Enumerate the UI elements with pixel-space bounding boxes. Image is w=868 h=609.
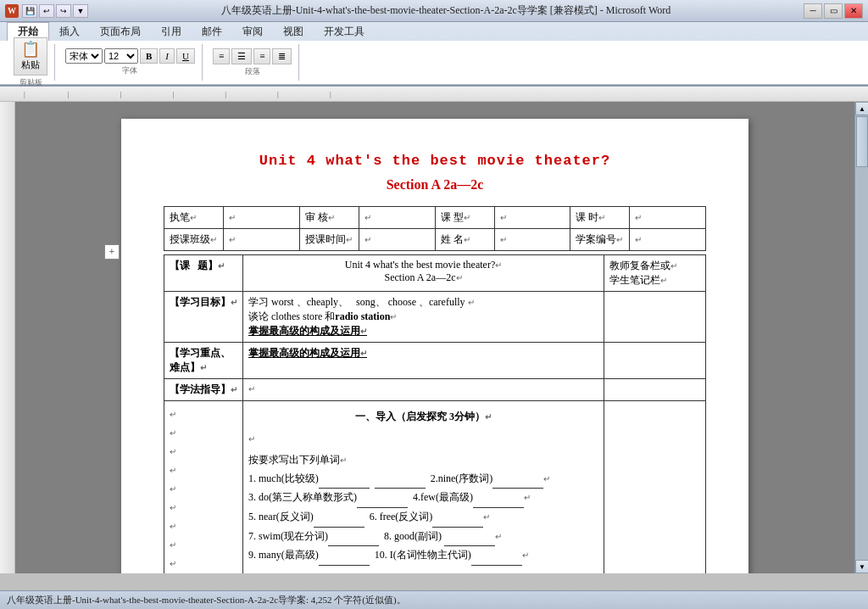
document-subtitle[interactable]: Section A 2a—2c [164,177,706,193]
vertical-ruler [0,102,15,573]
tab-insert[interactable]: 插入 [49,22,90,41]
tab-mailings[interactable]: 邮件 [192,22,232,41]
shenhe-value[interactable]: ↵ [359,207,435,229]
page-area: + Unit 4 what's the best movie theater? … [15,102,854,573]
underline-btn[interactable]: U [176,48,195,64]
status-bar: 八年级英语上册-Unit-4-what's-the-best-movie-the… [0,590,868,609]
keshi-value[interactable]: ↵ [630,207,706,229]
method-notes[interactable] [604,379,706,401]
font-size-select[interactable]: 12 [104,48,138,64]
method-content[interactable]: ↵ [243,379,604,401]
shenhe-label: 审 核↵ [299,207,359,229]
keypoints-notes[interactable] [604,343,706,379]
teacher-notes[interactable]: 教师复备栏或↵学生笔记栏↵ [604,255,706,292]
tab-view[interactable]: 视图 [273,22,314,41]
ribbon-commands: 📋粘贴 剪贴板 宋体 12 B I U 字体 ≡ ☰ ≡ ≣ 段落 [0,41,868,85]
caseno-value[interactable]: ↵ [630,229,706,251]
scroll-track[interactable] [855,115,868,560]
justify-btn[interactable]: ≣ [272,48,292,64]
status-text: 八年级英语上册-Unit-4-what's-the-best-movie-the… [7,594,406,606]
customize-btn[interactable]: ▼ [73,4,88,18]
ribbon-group-font: 宋体 12 B I U 字体 [58,44,203,81]
font-family-select[interactable]: 宋体 [65,48,103,64]
scroll-up-btn[interactable]: ▲ [855,102,868,115]
align-center-btn[interactable]: ☰ [231,48,252,64]
goals-content[interactable]: 学习 worst 、cheaply、 song、 choose 、careful… [243,292,604,343]
instruction: 按要求写出下列单词↵ [248,451,598,470]
keshi-label: 课 时↵ [570,207,630,229]
close-btn[interactable]: ✕ [844,3,863,19]
horizontal-ruler: | | | | | | | [0,87,868,102]
name-value[interactable]: ↵ [494,229,570,251]
restore-btn[interactable]: ▭ [824,3,843,19]
ketype-label: 课 型↵ [435,207,494,229]
scroll-down-btn[interactable]: ▼ [855,560,868,573]
undo-btn[interactable]: ↩ [39,4,54,18]
clipboard-label: 剪贴板 [19,77,42,88]
italic-btn[interactable]: I [159,48,175,64]
process-sidebar: ↵ ↵ ↵ ↵ ↵ ↵ ↵ ↵ ↵ ↵ [164,401,243,574]
tab-references[interactable]: 引用 [151,22,192,41]
align-right-btn[interactable]: ≡ [253,48,270,64]
main-area: + Unit 4 what's the best movie theater? … [0,102,868,573]
ribbon-group-para: ≡ ☰ ≡ ≣ 段落 [206,44,299,81]
process-content[interactable]: 一、导入（启发探究 3分钟）↵ ↵ 按要求写出下列单词↵ 1. much(比较级… [243,401,604,574]
class-label: 授课班级↵ [164,229,224,251]
process-notes[interactable] [604,401,706,574]
exercise-3: 5. near(反义词) 6. free(反义词) ↵ [248,508,598,528]
save-btn[interactable]: 💾 [22,4,37,18]
time-label: 授课时间↵ [299,229,359,251]
minimize-btn[interactable]: ─ [804,3,822,19]
ribbon-group-clipboard: 📋粘贴 剪贴板 [7,44,55,81]
main-content-table: 【课 题】↵ Unit 4 what's the best movie thea… [164,254,706,573]
tab-layout[interactable]: 页面布局 [90,22,151,41]
goals-label: 【学习目标】↵ [164,292,243,343]
ribbon-tabs[interactable]: 开始 插入 页面布局 引用 邮件 审阅 视图 开发工具 [0,22,868,41]
document-container[interactable]: + Unit 4 what's the best movie theater? … [15,102,854,573]
align-left-btn[interactable]: ≡ [213,48,230,64]
title-bar-left: W 💾 ↩ ↪ ▼ [5,4,88,18]
vertical-scrollbar[interactable]: ▲ ▼ [854,102,868,573]
word-icon: W [5,4,19,18]
zhubi-label: 执笔↵ [164,207,224,229]
header-info-table: 执笔↵ ↵ 审 核↵ ↵ 课 型↵ ↵ 课 时↵ ↵ 授课班级↵ ↵ 授课时间↵… [164,206,706,251]
document-page: + Unit 4 what's the best movie theater? … [121,119,748,573]
zhubi-value[interactable]: ↵ [224,207,300,229]
goals-notes[interactable] [604,292,706,343]
tab-review[interactable]: 审阅 [232,22,273,41]
quick-access-toolbar[interactable]: 💾 ↩ ↪ ▼ [22,4,88,18]
font-label: 字体 [122,65,137,76]
redo-btn[interactable]: ↪ [56,4,71,18]
exercise-4: 7. swim(现在分词) 8. good(副词) ↵ [248,528,598,547]
window-title: 八年级英语上册-Unit-4-what's-the-best-movie-the… [88,3,804,18]
caseno-label: 学案编号↵ [570,229,630,251]
keypoints-label: 【学习重点、难点】↵ [164,343,243,379]
paste-btn[interactable]: 📋粘贴 [14,37,47,75]
tab-developer[interactable]: 开发工具 [314,22,375,41]
topic-label: 【课 题】↵ [164,255,243,292]
exercise-2: 3. do(第三人称单数形式) 4.few(最高级) ↵ [248,489,598,508]
window-controls[interactable]: ─ ▭ ✕ [804,3,863,19]
topic-content[interactable]: Unit 4 what's the best movie theater?↵ S… [243,255,604,292]
add-content-btn[interactable]: + [104,244,120,260]
intro-title: 一、导入（启发探究 3分钟）↵ [248,408,598,427]
time-value[interactable]: ↵ [359,229,435,251]
scroll-thumb[interactable] [856,116,868,167]
method-label: 【学法指导】↵ [164,379,243,401]
keypoints-content[interactable]: 掌握最高级的构成及运用↵ [243,343,604,379]
class-value[interactable]: ↵ [224,229,300,251]
exercise-1: 1. much(比较级) 2.nine(序数词) ↵ [248,470,598,489]
para-label: 段落 [245,66,260,77]
ketype-value[interactable]: ↵ [494,207,570,229]
title-bar: W 💾 ↩ ↪ ▼ 八年级英语上册-Unit-4-what's-the-best… [0,0,868,22]
ribbon: 开始 插入 页面布局 引用 邮件 审阅 视图 开发工具 📋粘贴 剪贴板 宋体 1… [0,22,868,87]
name-label: 姓 名↵ [435,229,494,251]
exercise-5: 9. many(最高级) 10. I(名词性物主代词) ↵ [248,546,598,566]
document-title[interactable]: Unit 4 what's the best movie theater? [164,153,706,169]
bold-btn[interactable]: B [140,48,158,64]
